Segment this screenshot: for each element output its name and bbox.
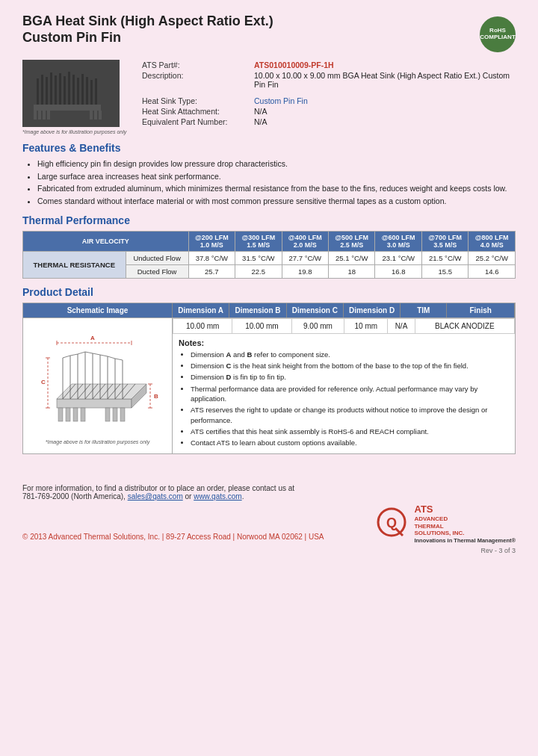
note-2: Dimension C is the heat sink height from… <box>191 361 509 371</box>
feature-item: High efficiency pin fin design provides … <box>37 158 516 170</box>
footer-contact: For more information, to find a distribu… <box>22 484 516 501</box>
svg-rect-16 <box>38 111 41 120</box>
dim-b-value: 10.00 mm <box>232 318 291 333</box>
equiv-part-label: Equivalent Part Number: <box>139 117 251 127</box>
svg-rect-7 <box>64 76 66 105</box>
detail-right: 10.00 mm 10.00 mm 9.00 mm 10 mm N/A BLAC… <box>173 318 515 454</box>
finish-value: BLACK ANODIZE <box>415 318 514 333</box>
note-1: Dimension A and B refer to component siz… <box>191 350 509 359</box>
ats-part-number: ATS010010009-PF-1H <box>254 61 334 69</box>
heat-sink-type-label: Heat Sink Type: <box>139 96 251 106</box>
ats-logo: Q ATS ADVANCED THERMAL SOLUTIONS, INC. I… <box>377 504 516 543</box>
svg-rect-47 <box>105 408 110 421</box>
title-line2: Custom Pin Fin <box>22 30 121 45</box>
unducted-600: 23.1 °C/W <box>375 251 421 264</box>
note-6: ATS certifies that this heat sink assemb… <box>191 427 509 436</box>
unducted-700: 21.5 °C/W <box>421 251 468 264</box>
svg-rect-12 <box>86 77 88 105</box>
product-title: BGA Heat Sink (High Aspect Ratio Ext.) C… <box>22 13 273 46</box>
col-200lfm: @200 LFM 1.0 M/S <box>188 231 235 251</box>
features-heading: Features & Benefits <box>22 142 516 154</box>
email-link[interactable]: sales@qats.com <box>128 492 183 501</box>
feature-item: Comes standard without interface materia… <box>37 196 516 207</box>
schematic-image-col: A B C *Image above is for illustration p… <box>23 318 173 454</box>
product-detail-section: Product Detail Schematic Image Dimension… <box>22 286 516 455</box>
thermal-table: AIR VELOCITY @200 LFM 1.0 M/S @300 LFM 1… <box>22 231 516 279</box>
svg-rect-18 <box>47 111 50 120</box>
feature-item: Large surface area increases heat sink p… <box>37 171 516 182</box>
footer-bottom: © 2013 Advanced Thermal Solutions, Inc. … <box>22 504 516 543</box>
col-400lfm: @400 LFM 2.0 M/S <box>282 231 328 251</box>
detail-content-row: A B C *Image above is for illustration p… <box>22 317 516 455</box>
ducted-500: 18 <box>329 264 375 278</box>
note-4: Thermal performance data are provided fo… <box>191 384 509 404</box>
svg-rect-9 <box>72 75 75 105</box>
thermal-resistance-label: THERMAL RESISTANCE <box>23 251 126 278</box>
dim-a-header: Dimension A <box>173 303 229 317</box>
svg-rect-22 <box>57 399 132 408</box>
page: BGA Heat Sink (High Aspect Ratio Ext.) C… <box>0 0 538 756</box>
title-line1: BGA Heat Sink (High Aspect Ratio Ext.) <box>22 13 273 28</box>
svg-rect-0 <box>34 105 101 111</box>
notes-list: Dimension A and B refer to component siz… <box>179 350 509 448</box>
product-image-area: *Image above is for illustration purpose… <box>22 60 127 134</box>
dim-d-value: 10 mm <box>344 318 388 333</box>
heatsink-illustration <box>26 63 116 123</box>
features-section: Features & Benefits High efficiency pin … <box>22 142 516 207</box>
ats-part-label: ATS Part#: <box>139 60 251 70</box>
ducted-600: 16.8 <box>375 264 421 278</box>
svg-rect-2 <box>41 75 43 105</box>
svg-rect-11 <box>81 74 84 105</box>
product-detail-heading: Product Detail <box>22 286 516 298</box>
svg-rect-14 <box>95 78 97 105</box>
svg-rect-19 <box>90 111 93 120</box>
dimensions-table: 10.00 mm 10.00 mm 9.00 mm 10 mm N/A BLAC… <box>173 318 515 334</box>
svg-rect-46 <box>81 408 85 421</box>
notes-section: Notes: Dimension A and B refer to compon… <box>173 334 515 454</box>
thermal-section: Thermal Performance AIR VELOCITY @200 LF… <box>22 214 516 279</box>
col-300lfm: @300 LFM 1.5 M/S <box>235 231 282 251</box>
info-section: *Image above is for illustration purpose… <box>22 60 516 134</box>
svg-rect-21 <box>99 111 102 120</box>
svg-rect-5 <box>55 75 57 105</box>
unducted-label: Unducted Flow <box>126 251 188 264</box>
svg-rect-4 <box>50 72 52 105</box>
note-3: Dimension D is fin tip to fin tip. <box>191 372 509 382</box>
unducted-300: 31.5 °C/W <box>235 251 282 264</box>
tim-header: TIM <box>401 303 447 317</box>
svg-rect-20 <box>94 111 97 120</box>
schematic-svg: A B C <box>34 324 161 436</box>
col-600lfm: @600 LFM 3.0 M/S <box>375 231 421 251</box>
tim-value: N/A <box>388 318 415 333</box>
description-label: Description: <box>139 70 251 90</box>
product-image <box>22 60 120 127</box>
note-7: Contact ATS to learn about custom option… <box>191 438 509 447</box>
dim-b-header: Dimension B <box>229 303 286 317</box>
part-info: ATS Part#: ATS010010009-PF-1H Descriptio… <box>139 60 516 134</box>
svg-rect-13 <box>90 80 93 105</box>
dim-c-value: 9.00 mm <box>291 318 344 333</box>
svg-rect-6 <box>59 73 61 105</box>
thermal-heading: Thermal Performance <box>22 214 516 226</box>
ats-q-icon: Q <box>377 507 409 540</box>
col-700lfm: @700 LFM 3.5 M/S <box>421 231 468 251</box>
svg-rect-3 <box>46 77 48 105</box>
svg-rect-17 <box>43 111 46 120</box>
unducted-500: 25.1 °C/W <box>329 251 375 264</box>
image-caption: *Image above is for illustration purpose… <box>22 129 127 134</box>
equiv-part-value: N/A <box>251 117 516 127</box>
website-link[interactable]: www.qats.com <box>194 492 241 501</box>
attachment-label: Heat Sink Attachment: <box>139 106 251 117</box>
schematic-col-header: Schematic Image <box>23 303 173 317</box>
unducted-400: 27.7 °C/W <box>282 251 328 264</box>
svg-text:A: A <box>90 335 95 341</box>
ats-text: ATS ADVANCED THERMAL SOLUTIONS, INC. Inn… <box>414 504 516 543</box>
note-5: ATS reserves the right to update or chan… <box>191 405 509 425</box>
notes-title: Notes: <box>179 338 509 347</box>
attachment-value: N/A <box>251 106 516 117</box>
ducted-800: 14.6 <box>469 264 516 278</box>
ducted-300: 22.5 <box>235 264 282 278</box>
heat-sink-type-value: Custom Pin Fin <box>254 96 308 105</box>
dim-d-header: Dimension D <box>344 303 401 317</box>
ducted-label: Ducted Flow <box>126 264 188 278</box>
